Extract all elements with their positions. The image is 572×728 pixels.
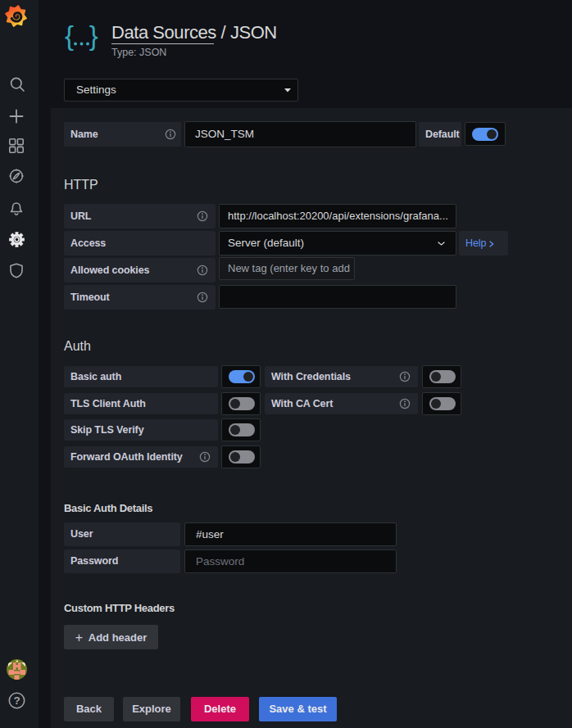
svg-text:?: ? [13, 694, 20, 707]
svg-text:{: { [65, 23, 74, 51]
svg-text:}: } [89, 23, 98, 51]
